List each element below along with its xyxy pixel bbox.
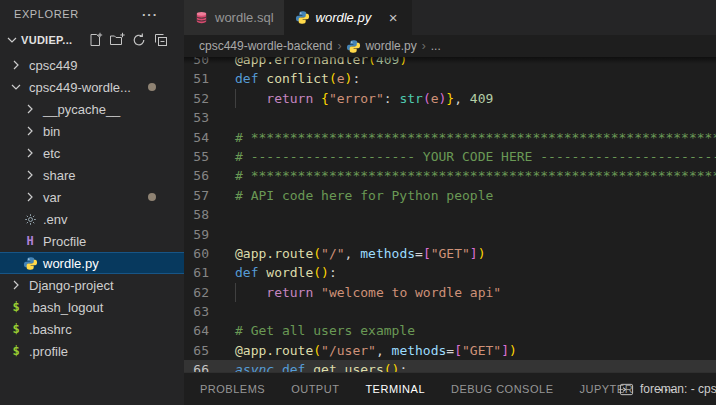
code-token: # **************************************…: [235, 130, 716, 145]
tree-item-label: cpsc449-wordle...: [29, 80, 131, 95]
new-folder-icon[interactable]: [108, 31, 126, 49]
code-line[interactable]: 52 return {"error": str(e)}, 409: [184, 89, 716, 108]
line-number[interactable]: 63: [184, 302, 209, 321]
line-number[interactable]: 66: [184, 360, 209, 372]
code-token: 409: [376, 57, 399, 67]
code-token: [313, 285, 321, 300]
chevron-right-icon[interactable]: [8, 277, 24, 293]
code-line[interactable]: 62 return "welcome to wordle api": [184, 283, 716, 302]
tab-wordle-py[interactable]: wordle.py×: [285, 0, 413, 35]
tree-item-cpsc449[interactable]: cpsc449: [0, 54, 184, 76]
tab-wordle-sql[interactable]: wordle.sql: [184, 0, 285, 35]
chevron-right-icon[interactable]: [22, 145, 38, 161]
tree-item-env[interactable]: .env: [0, 208, 184, 230]
tree-item-pycache[interactable]: __pycache__: [0, 98, 184, 120]
terminal-session[interactable]: foreman: - cps: [619, 373, 716, 405]
tree-item-bash-logout[interactable]: $.bash_logout: [0, 296, 184, 318]
code-line[interactable]: 50@app.errorhandler(409): [184, 57, 716, 69]
explorer-sidebar: EXPLORER ··· VUDIEP... cpsc449cpsc449-wo…: [0, 0, 184, 405]
line-number[interactable]: 58: [184, 205, 209, 224]
line-number[interactable]: 56: [184, 166, 209, 185]
panel-tab-output[interactable]: OUTPUT: [291, 383, 339, 395]
code-line[interactable]: 54# ************************************…: [184, 128, 716, 147]
chevron-down-icon[interactable]: [4, 32, 20, 48]
code-editor[interactable]: 50@app.errorhandler(409)51def conflict(e…: [184, 57, 716, 372]
code-line[interactable]: 61def wordle():: [184, 263, 716, 282]
code-token: @app.route: [235, 246, 313, 261]
code-line[interactable]: 63: [184, 302, 716, 321]
code-token: e: [337, 71, 345, 86]
tree-item-share[interactable]: share: [0, 164, 184, 186]
tree-item-bin[interactable]: bin: [0, 120, 184, 142]
tree-item-wordle-py[interactable]: wordle.py: [0, 252, 184, 274]
line-number[interactable]: 64: [184, 321, 209, 340]
line-number[interactable]: 62: [184, 283, 209, 302]
panel-tab-terminal[interactable]: TERMINAL: [365, 383, 425, 395]
line-number[interactable]: 55: [184, 147, 209, 166]
code-line[interactable]: 60@app.route("/", methods=["GET"]): [184, 244, 716, 263]
breadcrumb-separator: ›: [422, 39, 426, 53]
tree-item-profile[interactable]: $.profile: [0, 340, 184, 362]
code-token: ]: [470, 246, 478, 261]
terminal-session-label: foreman: - cps: [640, 382, 716, 396]
line-number[interactable]: 50: [184, 57, 209, 69]
code-line[interactable]: 57# API code here for Python people: [184, 186, 716, 205]
explorer-more-icon[interactable]: ···: [142, 7, 158, 22]
code-token: # API code here for Python people: [235, 188, 493, 203]
code-token: # Get all users example: [235, 323, 415, 338]
close-icon[interactable]: ×: [385, 10, 401, 26]
code-line[interactable]: 55# --------------------- YOUR CODE HERE…: [184, 147, 716, 166]
line-number[interactable]: 57: [184, 186, 209, 205]
code-token: (: [329, 71, 337, 86]
line-number[interactable]: 61: [184, 263, 209, 282]
tree-item-procfile[interactable]: HProcfile: [0, 230, 184, 252]
breadcrumb-item-cpsc449-wordle-backend[interactable]: cpsc449-wordle-backend: [199, 39, 332, 53]
line-number[interactable]: 65: [184, 341, 209, 360]
collapse-all-icon[interactable]: [152, 31, 170, 49]
tree-item-var[interactable]: var: [0, 186, 184, 208]
line-number[interactable]: 60: [184, 244, 209, 263]
breadcrumb-separator: ›: [337, 39, 341, 53]
tree-item-bashrc[interactable]: $.bashrc: [0, 318, 184, 340]
refresh-icon[interactable]: [130, 31, 148, 49]
code-line[interactable]: 59: [184, 225, 716, 244]
tree-item-etc[interactable]: etc: [0, 142, 184, 164]
chevron-right-icon[interactable]: [22, 123, 38, 139]
line-number[interactable]: 53: [184, 108, 209, 127]
tree-item-label: .profile: [29, 344, 68, 359]
code-token: get_users: [313, 362, 383, 372]
database-icon: [194, 10, 209, 25]
chevron-right-icon[interactable]: [22, 189, 38, 205]
code-line[interactable]: 58: [184, 205, 716, 224]
breadcrumb-item-wordle-py[interactable]: wordle.py: [346, 39, 416, 54]
code-line[interactable]: 51def conflict(e):: [184, 69, 716, 88]
breadcrumb[interactable]: cpsc449-wordle-backend›wordle.py›...: [184, 35, 716, 57]
code-line[interactable]: 53: [184, 108, 716, 127]
code-line[interactable]: 66async def get_users():: [184, 360, 716, 372]
panel-tab-debug-console[interactable]: DEBUG CONSOLE: [451, 383, 553, 395]
code-text: return {"error": str(e)}, 409: [235, 89, 493, 108]
code-line[interactable]: 64# Get all users example: [184, 321, 716, 340]
code-token: wordle: [266, 265, 313, 280]
line-number[interactable]: 51: [184, 69, 209, 88]
panel-tab-problems[interactable]: PROBLEMS: [200, 383, 265, 395]
chevron-right-icon[interactable]: [22, 167, 38, 183]
bottom-panel: PROBLEMSOUTPUTTERMINALDEBUG CONSOLEJUPYT…: [184, 372, 716, 405]
line-number[interactable]: 59: [184, 225, 209, 244]
chevron-right-icon[interactable]: [8, 57, 24, 73]
line-number[interactable]: 52: [184, 89, 209, 108]
tree-item-django-project[interactable]: Django-project: [0, 274, 184, 296]
tree-item-label: .env: [43, 212, 68, 227]
workspace-header[interactable]: VUDIEP...: [0, 28, 184, 52]
new-file-icon[interactable]: [86, 31, 104, 49]
code-line[interactable]: 65@app.route("/user", methods=["GET"]): [184, 341, 716, 360]
breadcrumb-item-[interactable]: ...: [431, 39, 441, 53]
explorer-header: EXPLORER ···: [0, 0, 184, 28]
chevron-right-icon[interactable]: [22, 101, 38, 117]
chevron-down-icon[interactable]: [8, 79, 24, 95]
code-token: :: [384, 91, 400, 106]
tree-item-cpsc449-wordle[interactable]: cpsc449-wordle...: [0, 76, 184, 98]
line-number[interactable]: 54: [184, 128, 209, 147]
code-line[interactable]: 56# ************************************…: [184, 166, 716, 185]
workspace-actions: [86, 31, 170, 49]
